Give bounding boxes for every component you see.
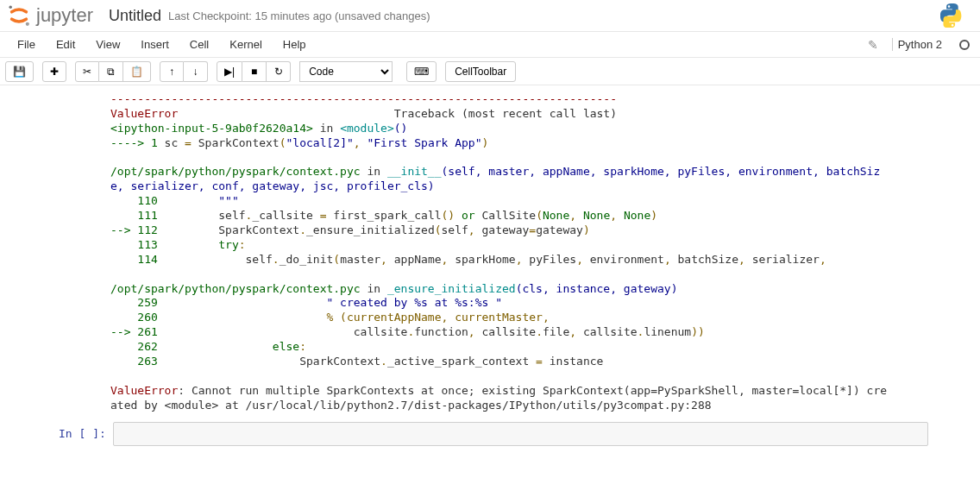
- arrow-down-icon: ↓: [193, 66, 198, 78]
- run-icon: ▶|: [224, 66, 235, 78]
- cut-button[interactable]: ✂: [75, 61, 99, 82]
- stop-button[interactable]: ■: [242, 61, 267, 82]
- checkpoint-status: Last Checkpoint: 15 minutes ago (unsaved…: [168, 9, 430, 22]
- menu-view[interactable]: View: [85, 33, 130, 56]
- save-button[interactable]: 💾: [5, 61, 34, 82]
- move-down-button[interactable]: ↓: [184, 61, 208, 82]
- restart-button[interactable]: ↻: [267, 61, 291, 82]
- plus-icon: ✚: [50, 66, 59, 78]
- logo-text: jupyter: [36, 4, 93, 27]
- menu-kernel[interactable]: Kernel: [219, 33, 273, 56]
- code-input[interactable]: [113, 422, 928, 446]
- copy-button[interactable]: ⧉: [99, 61, 123, 82]
- move-up-button[interactable]: ↑: [160, 61, 184, 82]
- kernel-name[interactable]: Python 2: [892, 38, 947, 51]
- svg-point-0: [9, 5, 12, 9]
- menu-insert[interactable]: Insert: [130, 33, 179, 56]
- menu-edit[interactable]: Edit: [46, 33, 85, 56]
- celltoolbar-button[interactable]: CellToolbar: [445, 61, 516, 82]
- python-icon: [940, 3, 964, 28]
- output-cell: ----------------------------------------…: [52, 89, 928, 417]
- menu-file[interactable]: File: [7, 33, 46, 56]
- jupyter-logo-icon: [7, 3, 31, 28]
- pencil-icon[interactable]: ✎: [861, 38, 885, 52]
- toolbar: 💾 ✚ ✂ ⧉ 📋 ↑ ↓ ▶| ■ ↻ Code ⌨ CellToolbar: [0, 58, 980, 85]
- notebook-name[interactable]: Untitled: [109, 7, 161, 25]
- add-cell-button[interactable]: ✚: [42, 61, 66, 82]
- cell-type-select[interactable]: Code: [299, 61, 393, 82]
- paste-button[interactable]: 📋: [123, 61, 151, 82]
- svg-point-1: [26, 22, 29, 26]
- paste-icon: 📋: [130, 66, 143, 78]
- input-cell[interactable]: In [ ]:: [52, 422, 928, 446]
- keyboard-icon: ⌨: [414, 66, 429, 78]
- traceback-output: ----------------------------------------…: [52, 89, 928, 417]
- input-prompt: In [ ]:: [52, 422, 113, 445]
- logo[interactable]: jupyter: [7, 3, 93, 28]
- menu-help[interactable]: Help: [273, 33, 317, 56]
- header: jupyter Untitled Last Checkpoint: 15 min…: [0, 0, 980, 32]
- command-palette-button[interactable]: ⌨: [406, 61, 437, 82]
- menubar: File Edit View Insert Cell Kernel Help ✎…: [0, 32, 980, 58]
- arrow-up-icon: ↑: [169, 66, 174, 78]
- kernel-indicator-icon: [959, 40, 970, 50]
- save-icon: 💾: [13, 66, 26, 78]
- cut-icon: ✂: [83, 66, 91, 78]
- notebook-container: ----------------------------------------…: [0, 85, 980, 469]
- stop-icon: ■: [251, 66, 257, 78]
- copy-icon: ⧉: [107, 66, 115, 78]
- menu-cell[interactable]: Cell: [179, 33, 219, 56]
- restart-icon: ↻: [274, 66, 283, 78]
- run-button[interactable]: ▶|: [217, 61, 242, 82]
